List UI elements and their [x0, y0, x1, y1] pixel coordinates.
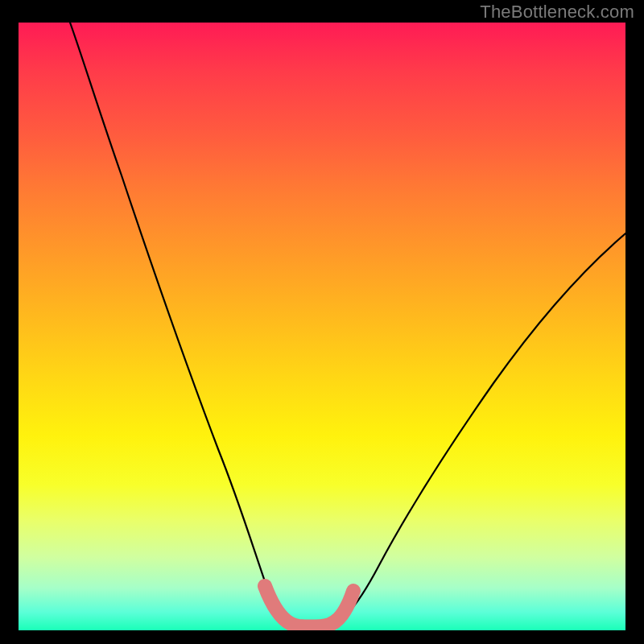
plot-area	[19, 23, 625, 630]
bottleneck-curve	[70, 23, 625, 628]
chart-frame: TheBottleneck.com	[0, 0, 644, 644]
watermark-text: TheBottleneck.com	[480, 2, 634, 23]
chart-svg	[19, 23, 625, 630]
optimal-region-highlight	[265, 586, 353, 627]
